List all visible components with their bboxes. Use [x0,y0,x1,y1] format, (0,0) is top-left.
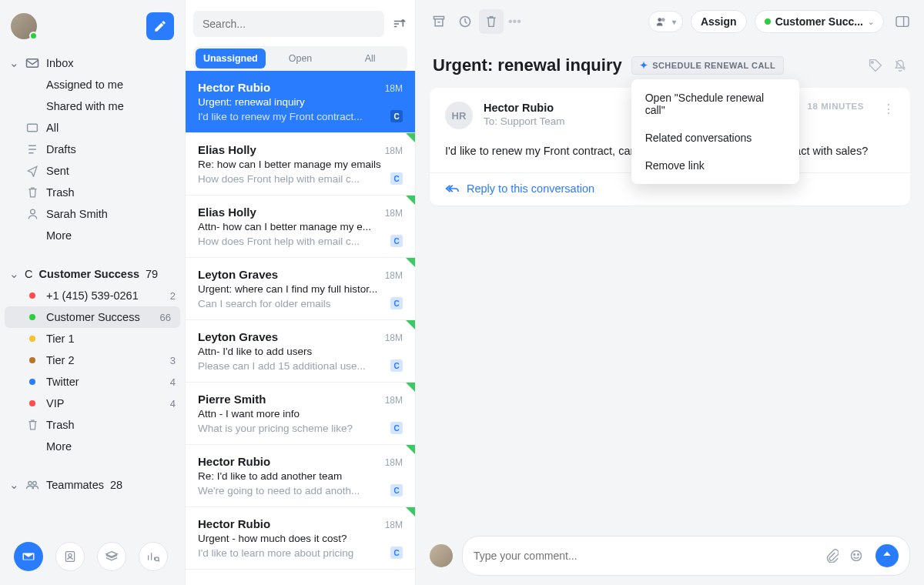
conversation-item[interactable]: Pierre Smith18M Attn - I want more info … [186,383,415,445]
linked-item-chip[interactable]: ✦ SCHEDULE RENEWAL CALL [631,56,784,75]
link-icon: ✦ [640,60,648,71]
conversation-item[interactable]: Elias Holly18M Attn- how can I better ma… [186,196,415,258]
channel-badge: C [390,110,403,122]
footer-inbox-button[interactable] [14,542,43,571]
unread-flag-icon [406,133,415,142]
nav-shared-with-me[interactable]: Shared with me [0,95,185,117]
color-dot-icon [29,400,35,406]
nav-trash[interactable]: Trash [0,182,185,203]
nav-cs-item[interactable]: Customer Success66 [5,306,180,328]
expand-button[interactable] [892,11,913,32]
dropdown-open-item[interactable]: Open "Schedule renewal call" [631,84,799,124]
channel-badge: C [390,359,403,372]
filter-unassigned[interactable]: Unassigned [196,48,266,69]
color-dot-icon [29,357,35,363]
footer-layers-button[interactable] [97,542,126,571]
cs-label: Customer Success [38,268,139,280]
sender-name: Hector Rubio [484,102,565,114]
conversation-item[interactable]: Hector Rubio18M Urgent: renewal inquiry … [186,71,415,133]
conversation-item[interactable]: Hector Rubio18M Urgent - how much does i… [186,507,415,570]
svg-point-6 [69,553,72,557]
conversation-item[interactable]: Elias Holly18M Re: how can I better mana… [186,133,415,196]
assign-button[interactable]: Assign [691,10,747,33]
nav-cs-more[interactable]: More [0,436,185,457]
compose-bar [430,536,910,576]
archive-button[interactable] [427,9,451,34]
filter-open[interactable]: Open [266,48,336,69]
conversation-item[interactable]: Hector Rubio18M Re: I'd like to add anot… [186,445,415,507]
trash-icon [25,186,40,199]
svg-point-4 [33,482,37,486]
comment-input-wrapper[interactable] [462,536,910,576]
message-subject: Urgent: renewal inquiry [433,55,622,75]
chevron-down-icon: ⌄ [9,57,18,69]
dropdown-remove-item[interactable]: Remove link [631,152,799,179]
tag-icon[interactable] [869,58,882,72]
reply-button[interactable]: Reply to this conversation [445,182,895,195]
inbox-section-toggle[interactable]: ⌄ Inbox [0,52,185,74]
nav-user[interactable]: Sarah Smith [0,203,185,225]
nav-more-inbox[interactable]: More [0,225,185,246]
cs-count: 79 [146,268,158,280]
trash-button[interactable] [479,9,504,34]
attach-icon[interactable] [826,549,842,563]
inbox-selector-button[interactable]: Customer Succ...⌄ [755,10,884,33]
nav-all[interactable]: All [0,117,185,139]
mute-icon[interactable] [893,58,907,72]
nav-cs-item[interactable]: Twitter4 [0,371,185,393]
nav-cs-item[interactable]: +1 (415) 539-02612 [0,285,185,306]
svg-point-14 [851,550,861,560]
sort-button[interactable] [390,15,407,32]
cs-section-toggle[interactable]: ⌄ C Customer Success 79 [0,263,185,285]
svg-rect-1 [28,124,38,132]
assignee-small-button[interactable]: ▾ [648,11,683,32]
filter-tabs: Unassigned Open All [193,46,407,71]
unread-flag-icon [406,196,415,205]
recipient-line: To: Support Team [484,115,565,127]
more-actions-button[interactable]: ••• [508,15,521,28]
current-user-avatar[interactable] [11,13,37,39]
teammates-section-toggle[interactable]: ⌄ Teammates 28 [0,474,185,496]
unread-flag-icon [406,507,415,516]
dropdown-related-item[interactable]: Related conversations [631,124,799,152]
nav-cs-item[interactable]: VIP4 [0,393,185,414]
channel-badge: C [390,484,403,496]
nav-cs-item[interactable]: Tier 1 [0,328,185,349]
nav-sent[interactable]: Sent [0,160,185,182]
nav-cs-trash[interactable]: Trash [0,414,185,436]
teammates-icon [25,480,40,490]
search-input[interactable] [193,11,384,37]
channel-badge: C [390,422,403,434]
color-dot-icon [29,314,35,320]
footer-contacts-button[interactable] [55,542,85,571]
chevron-down-icon: ⌄ [9,268,18,280]
footer-analytics-button[interactable] [139,542,168,571]
send-button[interactable] [875,544,899,567]
teammates-label: Teammates [46,479,104,491]
color-dot-icon [29,292,35,299]
filter-all[interactable]: All [335,48,405,69]
svg-point-11 [661,18,665,22]
channel-badge: C [390,235,403,247]
nav-assigned-to-me[interactable]: Assigned to me [0,74,185,95]
all-icon [25,122,40,133]
status-dot-icon [765,18,771,25]
channel-badge: C [390,297,403,309]
conversation-item[interactable]: Leyton Graves18M Urgent: where can I fin… [186,258,415,320]
snooze-button[interactable] [453,9,477,34]
comment-input[interactable] [474,550,819,562]
presence-indicator [29,32,38,40]
svg-rect-12 [896,17,909,27]
person-icon [25,208,40,220]
nav-drafts[interactable]: Drafts [0,139,185,160]
link-dropdown-menu: Open "Schedule renewal call" Related con… [631,79,799,184]
compose-button[interactable] [146,12,174,40]
unread-flag-icon [406,383,415,392]
nav-cs-item[interactable]: Tier 23 [0,349,185,371]
conversation-item[interactable]: Leyton Graves18M Attn- I'd like to add u… [186,320,415,383]
sent-icon [25,165,40,177]
unread-flag-icon [406,445,415,454]
svg-point-2 [30,209,35,214]
message-more-button[interactable]: ⋮ [882,102,895,116]
emoji-icon[interactable] [849,549,865,563]
